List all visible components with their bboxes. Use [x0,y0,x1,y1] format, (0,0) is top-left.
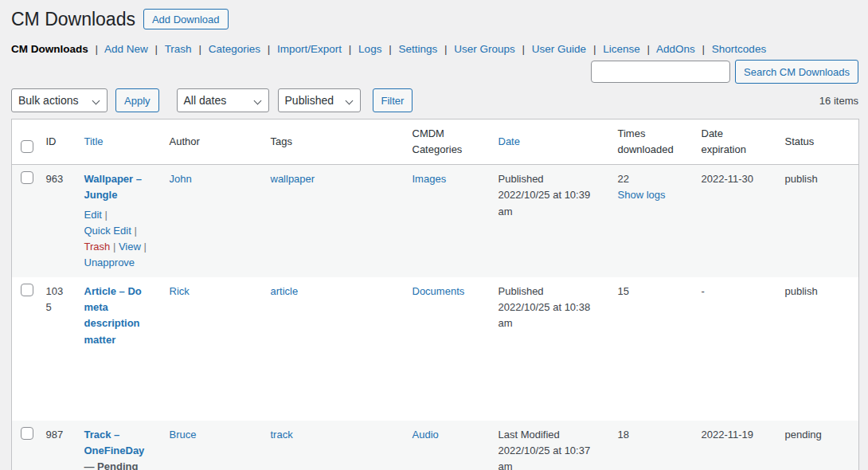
times-downloaded-value: 18 [618,429,629,441]
category-link[interactable]: Documents [412,285,465,297]
column-header-categories: CMDM Categories [405,119,491,165]
row-category-cell: Audio [405,421,491,470]
view-link[interactable]: View [119,241,141,253]
row-category-cell: Images [405,165,491,277]
quick-edit-link[interactable]: Quick Edit [84,225,131,237]
column-header-status: Status [777,119,859,165]
subnav-item-user-guide[interactable]: User Guide [532,43,586,55]
status-select[interactable]: Published [278,88,361,112]
row-date-cell: Published 2022/10/25 at 10:38 am [491,277,610,421]
column-header-title: Title [76,119,162,165]
author-link[interactable]: Rick [170,285,190,297]
subnav-item-settings[interactable]: Settings [398,43,437,55]
table-row: 963 Wallpaper – Jungle Edit | Quick Edit… [12,165,859,277]
separator: | [444,43,448,55]
date-value: 2022/10/25 at 10:37 am [499,445,591,470]
category-link[interactable]: Images [412,173,447,185]
dates-value: All dates [184,94,227,107]
sort-date-link[interactable]: Date [499,135,520,147]
trash-link[interactable]: Trash [84,241,111,253]
tag-link[interactable]: article [271,285,299,297]
subnav-item-add-new[interactable]: Add New [104,43,148,55]
date-value: 2022/10/25 at 10:38 am [499,301,591,329]
subnav-item-logs[interactable]: Logs [358,43,381,55]
chevron-down-icon [92,97,100,105]
table-row: 1035 Article – Do meta description matte… [12,277,859,421]
table-header: ID Title Author Tags CMDM Categories Dat… [12,119,859,165]
row-checkbox[interactable] [21,427,33,440]
chevron-down-icon [253,97,261,105]
sort-title-link[interactable]: Title [84,135,104,147]
row-times-cell: 15 [610,277,694,421]
row-author-cell: Rick [162,277,263,421]
separator: | [522,43,526,55]
separator: | [647,43,650,55]
row-category-cell: Documents [405,277,491,421]
subnav-item-user-groups[interactable]: User Groups [454,43,515,55]
row-expiration-cell: 2022-11-30 [694,165,777,277]
page-header: CM Downloads Add Download [11,0,858,31]
unapprove-link[interactable]: Unapprove [84,257,135,268]
subnav: CM Downloads | Add New | Trash | Categor… [11,42,858,56]
row-actions: Edit | Quick Edit | Trash | View | Unapp… [84,207,154,272]
search-button[interactable]: Search CM Downloads [735,60,858,84]
row-title-link[interactable]: Article – Do meta description matter [84,285,142,345]
row-author-cell: Bruce [162,421,263,470]
row-checkbox[interactable] [21,284,33,296]
tag-link[interactable]: wallpaper [271,173,315,185]
separator: | [155,43,158,55]
apply-button[interactable]: Apply [115,88,159,112]
separator: | [389,43,392,55]
row-title-link[interactable]: Track – OneFineDay [84,429,145,456]
subnav-item-shortcodes[interactable]: Shortcodes [712,43,766,55]
separator: | [134,225,136,237]
date-status: Published [499,284,602,300]
separator: | [198,43,201,55]
author-link[interactable]: Bruce [170,429,197,441]
bulk-actions-value: Bulk actions [18,94,78,107]
row-status-cell: publish [777,277,859,421]
row-id: 987 [38,421,76,470]
separator: | [96,43,99,55]
subnav-item-addons[interactable]: AddOns [656,43,695,55]
column-header-times-downloaded: Times downloaded [610,119,694,165]
bulk-actions-select[interactable]: Bulk actions [11,88,108,112]
items-count: 16 items [819,95,858,107]
column-header-tags: Tags [263,119,405,165]
row-title-cell: Article – Do meta description matter [76,277,162,421]
separator: | [593,43,596,55]
row-times-cell: 18 [610,421,694,470]
row-title-link[interactable]: Wallpaper – Jungle [84,173,142,201]
times-downloaded-value: 22 [618,173,629,185]
author-link[interactable]: John [170,173,192,185]
subnav-item-trash[interactable]: Trash [165,43,192,55]
filter-button[interactable]: Filter [373,88,413,112]
table-row: 987 Track – OneFineDay — Pending Bruce t… [12,421,859,470]
subnav-item-categories[interactable]: Categories [209,43,260,55]
dates-select[interactable]: All dates [177,88,269,112]
subnav-item-cm-downloads[interactable]: CM Downloads [11,43,88,55]
tag-link[interactable]: track [271,429,293,441]
row-checkbox[interactable] [21,171,33,184]
subnav-item-license[interactable]: License [603,43,640,55]
separator: | [702,43,706,55]
row-status-cell: pending [777,421,859,470]
row-title-cell: Wallpaper – Jungle Edit | Quick Edit | T… [76,165,162,277]
column-header-author: Author [162,119,263,165]
edit-link[interactable]: Edit [84,209,102,221]
separator: | [143,241,146,253]
show-logs-link[interactable]: Show logs [618,187,686,203]
column-header-date: Date [491,119,610,165]
add-download-button[interactable]: Add Download [143,9,229,29]
select-all-checkbox[interactable] [21,140,33,153]
column-header-date-expiration: Date expiration [694,119,777,165]
row-title-cell: Track – OneFineDay — Pending [76,421,162,470]
category-link[interactable]: Audio [412,429,439,441]
date-value: 2022/10/25 at 10:39 am [499,189,591,217]
row-id: 1035 [38,277,76,421]
separator: | [113,241,115,253]
row-expiration-cell: 2022-11-19 [694,421,777,470]
subnav-item-import-export[interactable]: Import/Export [277,43,342,55]
search-input[interactable] [591,61,730,83]
downloads-table: ID Title Author Tags CMDM Categories Dat… [11,119,859,470]
